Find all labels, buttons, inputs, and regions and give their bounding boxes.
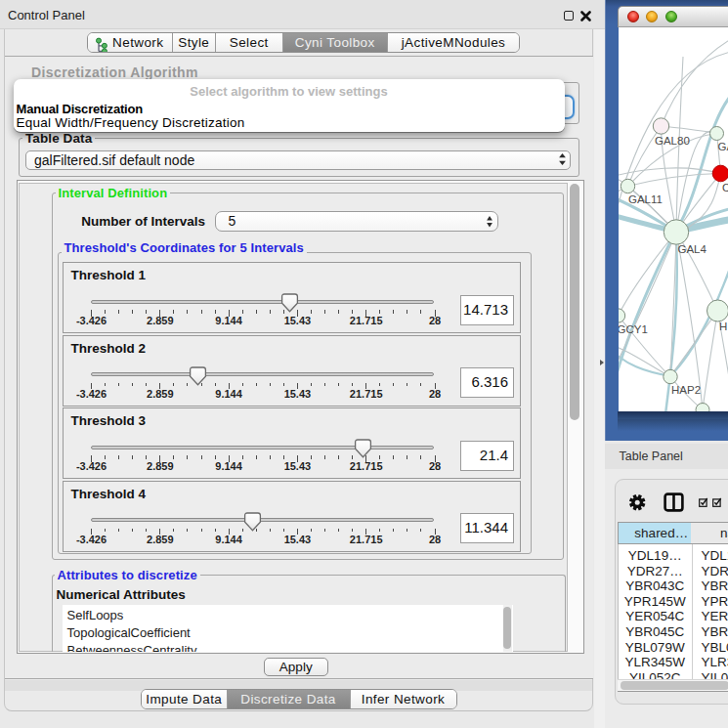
svg-text:GA: GA [717,141,728,152]
svg-text:C: C [722,182,728,193]
svg-text:GAL4: GAL4 [677,243,707,255]
svg-text:GAL80: GAL80 [655,135,690,147]
svg-text:GAL11: GAL11 [628,193,663,205]
svg-text:GCY1: GCY1 [619,323,648,335]
svg-text:H: H [719,321,727,332]
svg-text:HAP2: HAP2 [671,384,701,396]
